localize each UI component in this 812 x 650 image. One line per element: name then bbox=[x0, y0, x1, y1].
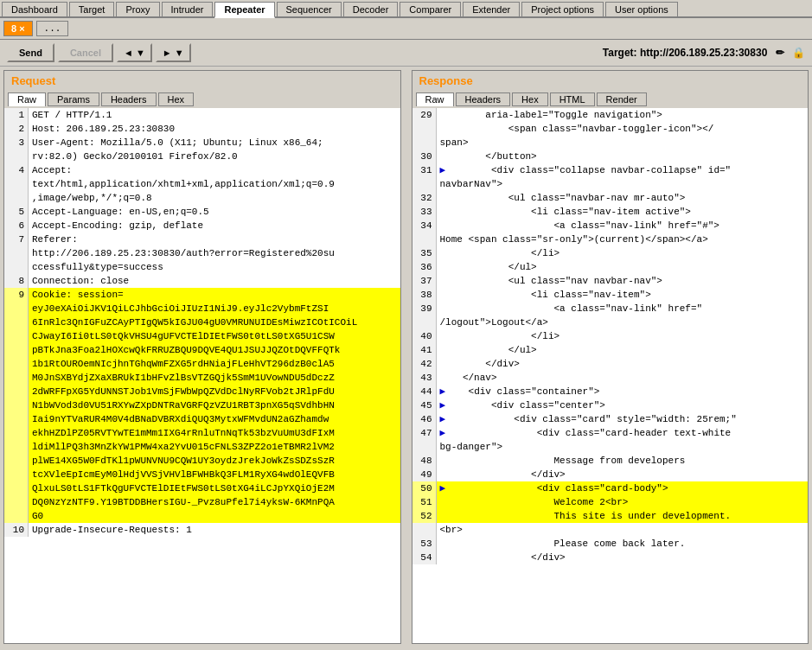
panel-divider bbox=[405, 67, 408, 647]
response-tab-headers[interactable]: Headers bbox=[456, 92, 511, 106]
resp-num-33: 33 bbox=[412, 205, 437, 219]
resp-num-34b bbox=[412, 233, 437, 246]
tab-target[interactable]: Target bbox=[69, 2, 115, 16]
response-line-52b: <br> bbox=[412, 523, 809, 537]
line-content-9h: 2dWRFFpXG5YdUNNSTJob1VmSjFWbWpQZVdDclNyR… bbox=[29, 385, 400, 398]
response-line-34: 34 <a class="nav-link" href="#"> bbox=[412, 219, 809, 233]
line-content-9: Cookie: session= bbox=[29, 288, 400, 302]
resp-num-42: 42 bbox=[412, 357, 437, 371]
response-line-29: 29 aria-label="Toggle navigation"> bbox=[412, 108, 809, 122]
resp-num-32: 32 bbox=[412, 191, 437, 205]
back-button[interactable]: ◄ ▼ bbox=[117, 43, 152, 62]
request-line-9g: M0JnSXBYdjZXaXBRUkI1bHFvZlBsVTZGQjk5SmM1… bbox=[4, 371, 400, 385]
line-content-4: Accept: bbox=[29, 163, 400, 177]
line-num-10: 10 bbox=[4, 523, 29, 537]
response-tab-render[interactable]: Render bbox=[597, 92, 647, 106]
response-content[interactable]: 29 aria-label="Toggle navigation"> <span… bbox=[412, 108, 809, 643]
request-tab-hex[interactable]: Hex bbox=[158, 92, 195, 106]
main-area: Request Raw Params Headers Hex 1 GET / H… bbox=[0, 67, 812, 647]
main-nav: Dashboard Target Proxy Intruder Repeater… bbox=[0, 0, 812, 18]
response-tab-html[interactable]: HTML bbox=[550, 92, 595, 106]
tab-decoder[interactable]: Decoder bbox=[343, 2, 399, 16]
resp-content-53: Please come back later. bbox=[437, 537, 809, 551]
response-tab-hex[interactable]: Hex bbox=[512, 92, 548, 106]
line-content-9q: G0 bbox=[29, 509, 400, 523]
response-line-34b: Home <span class="sr-only">(current)</sp… bbox=[412, 233, 809, 246]
tab-extender[interactable]: Extender bbox=[463, 2, 520, 16]
line-num-9d bbox=[4, 329, 29, 343]
resp-num-29c bbox=[412, 136, 437, 150]
subtab-dots[interactable]: ... bbox=[36, 21, 69, 36]
request-tab-params[interactable]: Params bbox=[48, 92, 99, 106]
resp-num-44: 44 bbox=[412, 385, 437, 398]
line-content-8: Connection: close bbox=[29, 274, 400, 288]
resp-content-54: </div> bbox=[437, 551, 809, 564]
request-line-9f: 1b1RtOUROemNIcjhnTGhqWmFZXG5rdHNiajFLeHh… bbox=[4, 357, 400, 371]
tab-comparer[interactable]: Comparer bbox=[400, 2, 461, 16]
line-content-7b: http://206.189.25.23:30830/auth?error=Re… bbox=[29, 246, 400, 260]
request-line-6: 6 Accept-Encoding: gzip, deflate bbox=[4, 219, 400, 233]
cancel-button[interactable]: Cancel bbox=[58, 43, 113, 62]
resp-content-51: Welcome 2<br> bbox=[437, 495, 809, 509]
line-num-9f bbox=[4, 357, 29, 371]
resp-content-42: </div> bbox=[437, 357, 809, 371]
line-content-9m: plWE14XG5W0FdTKl1pWUNVNU9CQW1UY3oydzJrek… bbox=[29, 454, 400, 468]
resp-content-34: <a class="nav-link" href="#"> bbox=[437, 219, 809, 233]
target-info: Target: http://206.189.25.23:30830 ✏ 🔒 bbox=[603, 47, 805, 59]
tab-intruder[interactable]: Intruder bbox=[162, 2, 214, 16]
resp-content-31b: navbarNav"> bbox=[437, 177, 809, 191]
resp-num-39b bbox=[412, 315, 437, 329]
response-line-44: 44 ▶ <div class="container"> bbox=[412, 385, 809, 398]
line-num-4b bbox=[4, 177, 29, 191]
fold-44[interactable]: ▶ bbox=[440, 386, 446, 397]
resp-content-47b: bg-danger"> bbox=[437, 440, 809, 454]
response-line-31b: navbarNav"> bbox=[412, 177, 809, 191]
response-line-51: 51 Welcome 2<br> bbox=[412, 495, 809, 509]
line-num-9g bbox=[4, 371, 29, 385]
line-num-3: 3 bbox=[4, 136, 29, 150]
fold-47[interactable]: ▶ bbox=[440, 428, 446, 438]
line-num-9c bbox=[4, 315, 29, 329]
tab-project-options[interactable]: Project options bbox=[521, 2, 604, 16]
line-content-9l: ldiMllPQ3h3MnZkYW1PMW4xa2YvU015cFNLS3ZPZ… bbox=[29, 440, 400, 454]
request-line-9q: G0 bbox=[4, 509, 400, 523]
resp-content-33: <li class="nav-item active"> bbox=[437, 205, 809, 219]
tab-user-options[interactable]: User options bbox=[605, 2, 678, 16]
request-line-3b: rv:82.0) Gecko/20100101 Firefox/82.0 bbox=[4, 150, 400, 163]
fold-45[interactable]: ▶ bbox=[440, 400, 446, 411]
lock-icon[interactable]: 🔒 bbox=[792, 47, 805, 59]
response-line-48: 48 Message from developers bbox=[412, 454, 809, 468]
line-content-7c: ccessfully&type=success bbox=[29, 260, 400, 274]
tab-repeater[interactable]: Repeater bbox=[214, 2, 274, 18]
line-content-9n: tcXVleEpIcmEyM0lHdjVVSjVHVlBFWHBkQ3FLM1R… bbox=[29, 468, 400, 481]
fold-31[interactable]: ▶ bbox=[440, 165, 446, 175]
send-button[interactable]: Send bbox=[7, 43, 54, 62]
resp-content-49: </div> bbox=[437, 468, 809, 481]
line-num-7c bbox=[4, 260, 29, 274]
line-content-9i: N1bWVod3d0VU51RXYwZXpDNTRaVGRFQzVZU1RBT3… bbox=[29, 398, 400, 412]
resp-content-34b: Home <span class="sr-only">(current)</sp… bbox=[437, 233, 809, 246]
line-num-9o bbox=[4, 481, 29, 495]
request-tab-raw[interactable]: Raw bbox=[8, 92, 46, 106]
response-line-33: 33 <li class="nav-item active"> bbox=[412, 205, 809, 219]
tab-dashboard[interactable]: Dashboard bbox=[2, 2, 67, 16]
fold-46[interactable]: ▶ bbox=[440, 414, 446, 424]
request-header: Request bbox=[4, 71, 400, 91]
tab-sequencer[interactable]: Sequencer bbox=[277, 2, 342, 16]
request-line-9m: plWE14XG5W0FdTKl1pWUNVNU9CQW1UY3oydzJrek… bbox=[4, 454, 400, 468]
request-tab-headers[interactable]: Headers bbox=[101, 92, 157, 106]
request-line-9k: ekhHZDlPZ05RVTYwTE1mMm1IXG4rRnluTnNqTk53… bbox=[4, 426, 400, 440]
fold-50[interactable]: ▶ bbox=[440, 483, 446, 494]
line-content-7: Referer: bbox=[29, 233, 400, 246]
line-content-4b: text/html,application/xhtml+xml,applicat… bbox=[29, 177, 400, 191]
request-line-9i: N1bWVod3d0VU51RXYwZXpDNTRaVGRFQzVZU1RBT3… bbox=[4, 398, 400, 412]
edit-icon[interactable]: ✏ bbox=[776, 47, 784, 59]
response-tab-raw[interactable]: Raw bbox=[416, 92, 454, 106]
response-line-53: 53 Please come back later. bbox=[412, 537, 809, 551]
tab-proxy[interactable]: Proxy bbox=[116, 2, 159, 16]
forward-button[interactable]: ► ▼ bbox=[156, 43, 191, 62]
response-line-38: 38 <li class="nav-item"> bbox=[412, 288, 809, 302]
request-content[interactable]: 1 GET / HTTP/1.1 2 Host: 206.189.25.23:3… bbox=[4, 108, 400, 643]
subtab-8[interactable]: 8 × bbox=[3, 21, 33, 36]
resp-num-39: 39 bbox=[412, 302, 437, 315]
